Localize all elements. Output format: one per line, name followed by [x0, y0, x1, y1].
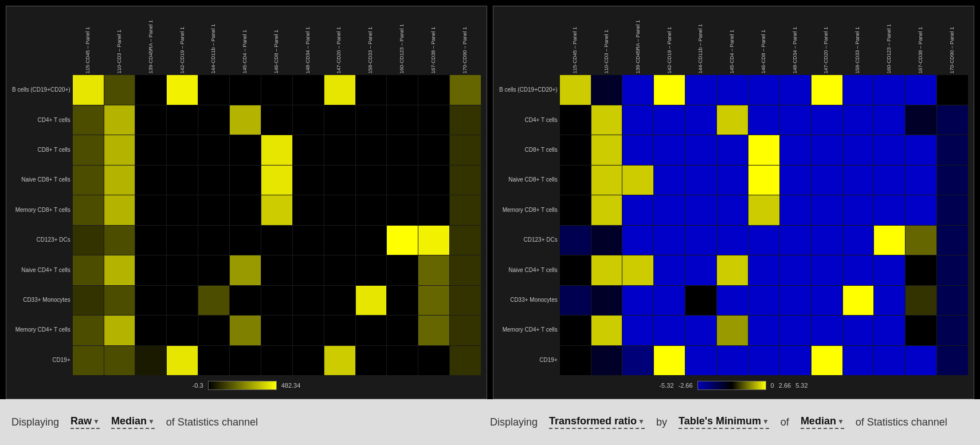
heatmap-cell — [135, 195, 166, 225]
heatmap-cell — [812, 286, 842, 316]
heatmap-cell — [717, 226, 748, 255]
heatmap-cell — [560, 346, 591, 376]
right-legend-bar — [697, 381, 766, 390]
row-label: Naive CD4+ T cells — [12, 267, 70, 273]
heatmap-cell — [780, 75, 811, 105]
heatmap-cell — [73, 255, 104, 285]
heatmap-cell — [135, 135, 166, 165]
heatmap-cell — [622, 226, 653, 255]
col-label: 158-CD33 – Panel 1 — [368, 27, 374, 74]
heatmap-cell — [73, 226, 104, 255]
bottom-right-dropdown3-label: Median — [801, 415, 836, 427]
heatmap-cell — [748, 255, 779, 285]
row-label: Memory CD4+ T cells — [499, 327, 558, 333]
heatmap-cell — [450, 316, 481, 345]
col-label-wrapper: 160-CD123 – Panel 1 — [393, 24, 411, 74]
heatmap-cell — [937, 226, 968, 255]
col-label-wrapper: 148-CD34 – Panel 1 — [786, 27, 805, 74]
row-label: CD123+ DCs — [12, 237, 70, 243]
heatmap-cell — [356, 226, 387, 255]
heatmap-cell — [293, 75, 324, 105]
heatmap-cell — [135, 166, 166, 195]
heatmap-cell — [198, 346, 229, 376]
heatmap-cell — [261, 255, 292, 285]
col-label: 158-CD33 – Panel 1 — [855, 27, 861, 74]
col-label: 145-CD4 – Panel 1 — [242, 30, 248, 74]
col-label-wrapper: 158-CD33 – Panel 1 — [849, 27, 867, 74]
heatmap-cell — [748, 195, 779, 225]
heatmap-cell — [324, 226, 355, 255]
right-panel: B cells (CD19+CD20+)CD4+ T cellsCD8+ T c… — [493, 6, 974, 399]
col-label: 115-CD45 – Panel 1 — [85, 27, 91, 74]
row-label: CD4+ T cells — [12, 117, 70, 123]
bottom-left-dropdown2-label: Median — [111, 415, 147, 427]
heatmap-cell — [843, 255, 874, 285]
heatmap-cell — [73, 346, 104, 376]
heatmap-cell — [717, 105, 748, 135]
heatmap-cell — [387, 135, 418, 165]
heatmap-cell — [450, 166, 481, 195]
heatmap-cell — [622, 195, 653, 225]
bottom-right-dropdown3-arrow: ▼ — [837, 418, 844, 426]
col-label: 170-CD90 – Panel 1 — [462, 27, 468, 74]
bottom-right-dropdown2[interactable]: Table's Minimum ▼ — [679, 415, 769, 429]
heatmap-cell — [167, 346, 198, 376]
heatmap-cell — [230, 316, 261, 345]
left-panel: B cells (CD19+CD20+)CD4+ T cellsCD8+ T c… — [6, 6, 487, 399]
heatmap-cell — [387, 346, 418, 376]
row-label: B cells (CD19+CD20+) — [12, 87, 70, 93]
heatmap-cell — [622, 286, 653, 316]
heatmap-cell — [748, 166, 779, 195]
row-label: Memory CD8+ T cells — [12, 207, 70, 213]
heatmap-cell — [356, 135, 387, 165]
heatmap-cell — [293, 105, 324, 135]
heatmap-cell — [812, 255, 842, 285]
bottom-right-dropdown2-label: Table's Minimum — [679, 415, 761, 427]
heatmap-cell — [418, 105, 449, 135]
bottom-right-displaying: Displaying — [490, 416, 538, 428]
heatmap-cell — [198, 135, 229, 165]
col-label-wrapper: 160-CD123 – Panel 1 — [880, 24, 899, 74]
heatmap-cell — [591, 346, 622, 376]
heatmap-cell — [261, 316, 292, 345]
heatmap-cell — [230, 226, 261, 255]
row-label: CD19+ — [499, 357, 558, 363]
right-row-labels: B cells (CD19+CD20+)CD4+ T cellsCD8+ T c… — [499, 12, 560, 375]
main-area: B cells (CD19+CD20+)CD4+ T cellsCD8+ T c… — [0, 0, 980, 399]
bottom-left-suffix: of Statistics channel — [166, 416, 258, 428]
heatmap-cell — [104, 105, 135, 135]
right-heatmap-container: B cells (CD19+CD20+)CD4+ T cellsCD8+ T c… — [499, 12, 968, 375]
row-label: Naive CD8+ T cells — [12, 177, 70, 183]
row-label: Memory CD8+ T cells — [499, 207, 558, 213]
heatmap-cell — [104, 75, 135, 105]
heatmap-cell — [560, 226, 591, 255]
bottom-right-dropdown3[interactable]: Median ▼ — [801, 415, 844, 429]
heatmap-cell — [780, 286, 811, 316]
bottom-left-dropdown1[interactable]: Raw ▼ — [70, 415, 100, 429]
heatmap-cell — [812, 346, 842, 376]
col-label-wrapper: 139-CD45RA – Panel 1 — [142, 20, 160, 74]
col-label: 142-CD19 – Panel 1 — [180, 27, 186, 74]
bottom-left-dropdown2[interactable]: Median ▼ — [111, 415, 155, 429]
heatmap-cell — [843, 195, 874, 225]
heatmap-cell — [905, 195, 936, 225]
heatmap-cell — [874, 346, 905, 376]
heatmap-cell — [560, 75, 591, 105]
col-label: 110-CD3 – Panel 1 — [604, 30, 610, 74]
heatmap-cell — [450, 346, 481, 376]
left-legend-max: 482.34 — [281, 382, 301, 389]
heatmap-cell — [905, 105, 936, 135]
heatmap-cell — [418, 166, 449, 195]
heatmap-cell — [230, 255, 261, 285]
heatmap-cell — [167, 135, 198, 165]
heatmap-cell — [356, 75, 387, 105]
heatmap-cell — [591, 255, 622, 285]
col-label: 147-CD20 – Panel 1 — [824, 27, 829, 74]
heatmap-cell — [230, 105, 261, 135]
left-heatmap-right: 115-CD45 – Panel 1110-CD3 – Panel 1139-C… — [73, 12, 481, 375]
heatmap-cell — [685, 135, 716, 165]
heatmap-cell — [780, 316, 811, 345]
col-label-wrapper: 167-CD38 – Panel 1 — [425, 27, 443, 74]
bottom-right-dropdown1[interactable]: Transformed ratio ▼ — [549, 415, 645, 429]
heatmap-cell — [198, 105, 229, 135]
